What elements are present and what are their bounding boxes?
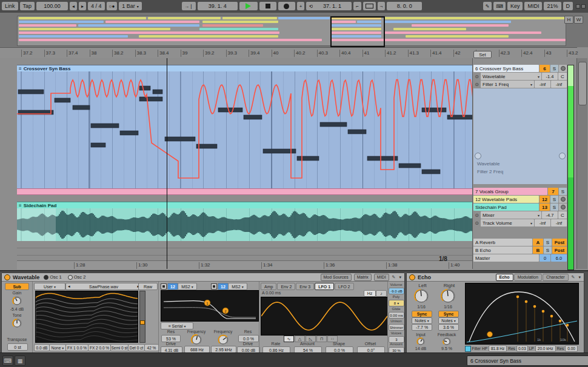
position-value[interactable]: 42 % [144,344,159,351]
quantization-menu[interactable]: 1 Bar▾ [119,2,142,10]
solo-button[interactable]: S [544,239,552,246]
midi-button[interactable]: MIDI [374,274,389,281]
right-delay-knob[interactable] [441,289,455,303]
solo-button[interactable]: S [544,246,552,254]
zoom-width-button[interactable]: W [574,16,583,24]
draw-mode-toggle[interactable]: ✎ [483,2,492,10]
transpose-value[interactable]: 0 st [7,343,28,351]
hp-freq-value[interactable]: 81.8 Hz [489,345,507,352]
filter1-slope-chooser[interactable]: 12 [167,283,178,290]
mod-tab-env-2[interactable]: Env 2 [277,283,295,290]
computer-midi-keyboard-toggle[interactable]: ⌨ [493,2,506,10]
lfo-display[interactable] [261,297,388,336]
arrangement-overview[interactable]: H W [0,13,588,47]
tab-osc2[interactable]: Osc 2 [66,274,88,280]
key-map-button[interactable]: Key [507,2,523,10]
lfo-hz-toggle[interactable]: Hz [364,290,376,297]
overview-clip[interactable] [278,17,330,19]
solo-button[interactable]: S [559,188,567,195]
overview-clip[interactable] [202,24,263,27]
device-chooser[interactable]: Mixer▾ [481,211,541,219]
lfo-sync-toggle[interactable]: ♪ [376,290,387,297]
lp-freq-value[interactable]: 20.0 kHz [535,345,556,352]
crossfade-assign[interactable]: C [558,73,567,80]
lp-res-value[interactable]: 0.00 [565,345,578,352]
midi-note[interactable] [120,131,138,135]
prev-table-icon[interactable]: ◂ [68,284,70,289]
unison-mode-chooser[interactable]: Shimmer [389,324,404,331]
play-button[interactable] [239,2,258,10]
sub-toggle[interactable]: Sub [5,283,29,290]
param-chooser[interactable]: Filter 1 Freq▾ [481,81,534,88]
mod-tab-amp[interactable]: Amp [261,283,276,290]
crossfade-assign[interactable]: C [558,211,567,219]
detune-value[interactable]: Det 0 ct [128,344,145,351]
time-signature-field[interactable]: 4 / 4 [88,2,105,10]
filter1-type-chooser[interactable]: MS2▾ [178,283,197,290]
hot-swap-icon[interactable]: ✎ [392,275,396,280]
midi-note[interactable] [139,97,162,101]
glide-value[interactable]: 0.00 ms [389,312,404,319]
osc-gain-value[interactable]: 0.0 dB [34,344,50,351]
master-row[interactable]: Master 0 6.0 [473,254,567,262]
echo-display[interactable]: 1k 10k [465,283,579,345]
stop-button[interactable] [259,2,276,10]
echo-tab-echo[interactable]: Echo [496,274,513,281]
filter2-type-chooser[interactable]: MS2▾ [228,283,247,290]
wavetable-chooser[interactable]: ◂SawPhase.wav▸ [65,283,142,290]
overview-clip[interactable] [384,31,541,34]
solo-button[interactable]: S [550,65,558,72]
overview-clip[interactable] [139,35,278,38]
fx2-value[interactable]: FX 2 0.0 % [88,344,111,351]
wavetable-visualizer[interactable] [35,291,138,343]
pan-value[interactable]: -4.7 [542,211,558,219]
vertical-scrollbar[interactable] [576,58,587,269]
midi-note[interactable] [73,105,90,110]
overview-clips-area[interactable] [17,16,566,46]
track-name[interactable]: 12 Wavetable Pads [473,196,539,203]
overview-clip[interactable] [19,17,146,19]
midi-note[interactable] [153,90,162,94]
semi-value[interactable]: Semi 0 st [110,344,129,351]
return-name[interactable]: B Echo [473,246,532,254]
overview-clip[interactable] [393,28,466,30]
overview-clip[interactable] [406,35,509,38]
left-sync-toggle[interactable]: Sync [412,311,432,317]
midi-note[interactable] [297,156,319,160]
midi-note[interactable] [320,122,347,127]
mod-tab-lfo-1[interactable]: LFO 1 [315,283,334,290]
param-chooser[interactable]: Track Volume▾ [481,219,534,226]
midi-note[interactable] [196,144,217,148]
pad-audio-lane[interactable] [17,208,473,242]
tempo-field[interactable]: 100.00 [36,2,68,10]
fold-device-icon[interactable]: ▾ [398,275,402,280]
next-lane-param[interactable]: Filter 2 Freq [477,169,503,174]
loop-toggle[interactable] [363,2,376,10]
tap-tempo-button[interactable]: Tap [20,2,35,10]
overview-clip[interactable] [19,28,170,30]
track-row-pads[interactable]: 12 Wavetable Pads 12 S [473,196,567,203]
left-delay-knob[interactable] [414,289,429,303]
track-row-bass[interactable]: 6 Crossover Syn Bass 6 S [473,65,567,72]
left-delay-value[interactable]: 1/16 [414,305,429,309]
left-offset-value[interactable]: -7.7 % [412,324,432,331]
solo-button[interactable]: S [550,196,558,203]
grid-icon[interactable]: ▦ [15,355,25,366]
vocals-group-lane[interactable] [17,188,473,195]
tab-osc1[interactable]: Osc 1 [42,274,64,280]
overview-clip[interactable] [384,17,566,19]
metronome-toggle[interactable]: ○● [107,2,118,10]
return-a-lane[interactable] [17,241,473,248]
follow-toggle[interactable]: →❘ [182,2,196,10]
add-lane-button[interactable] [559,153,566,159]
link-button[interactable]: Link [2,2,18,10]
midi-note[interactable] [367,156,398,160]
next-lane-device[interactable]: Wavetable [477,161,500,167]
arm-button[interactable] [559,203,567,211]
input-knob[interactable] [416,337,425,346]
fold-device-icon[interactable]: ▾ [578,275,581,280]
midi-note[interactable] [399,164,421,168]
filter2-slope-chooser[interactable]: 12 [218,283,229,290]
raw-mode-toggle[interactable]: Raw [138,283,158,290]
solo-button[interactable]: S [550,203,558,211]
